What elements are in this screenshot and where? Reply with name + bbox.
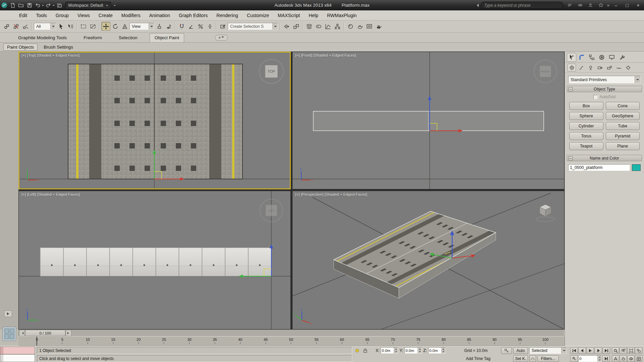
- key-filters-button[interactable]: Filters...: [537, 355, 559, 362]
- ribbon-tab-object-paint[interactable]: Object Paint: [150, 33, 184, 42]
- set-key-button[interactable]: Set K.: [513, 355, 528, 362]
- cylinder-button[interactable]: Cylinder: [569, 122, 603, 130]
- viewport-menu-shading[interactable]: [Shaded + Edged Faces]: [325, 192, 367, 196]
- platform-left-view[interactable]: [40, 248, 271, 276]
- selection-lock-icon[interactable]: [362, 348, 368, 354]
- curve-editor-icon[interactable]: [323, 22, 332, 31]
- app-logo-icon[interactable]: [0, 1, 8, 9]
- select-object-icon[interactable]: [56, 22, 65, 31]
- viewport-menu-pov[interactable]: [Front]: [301, 53, 312, 57]
- next-frame-arrow-icon[interactable]: [66, 330, 71, 336]
- space-warps-category-icon[interactable]: [614, 64, 623, 71]
- tube-button[interactable]: Tube: [606, 122, 640, 130]
- y-coordinate-field[interactable]: [405, 347, 422, 354]
- z-coordinate-field[interactable]: [428, 347, 446, 354]
- menu-item-modifiers[interactable]: Modifiers: [117, 10, 145, 20]
- menu-item-graph-editors[interactable]: Graph Editors: [174, 10, 212, 20]
- snap-toggle-3d-icon[interactable]: [177, 22, 186, 31]
- material-editor-icon[interactable]: [346, 22, 355, 31]
- menu-item-views[interactable]: Views: [73, 10, 94, 20]
- use-pivot-center-icon[interactable]: [155, 22, 164, 31]
- isolate-selection-icon[interactable]: [354, 348, 360, 354]
- undo-dropdown-icon[interactable]: [42, 5, 44, 7]
- geometry-category-icon[interactable]: [568, 64, 576, 71]
- add-time-tag[interactable]: Add Time Tag: [466, 356, 490, 361]
- menu-item-help[interactable]: Help: [304, 10, 323, 20]
- search-input[interactable]: [481, 2, 564, 9]
- z-spinner[interactable]: [441, 348, 445, 353]
- hierarchy-tab-icon[interactable]: [587, 53, 596, 62]
- maxscript-macro-recorder[interactable]: [0, 347, 35, 354]
- rendered-frame-window-icon[interactable]: [365, 22, 374, 31]
- object-color-swatch[interactable]: [632, 164, 641, 171]
- menu-item-create[interactable]: Create: [94, 10, 117, 20]
- helpers-category-icon[interactable]: [605, 64, 613, 71]
- subtab-paint-objects[interactable]: Paint Objects: [3, 44, 38, 51]
- play-animation-icon[interactable]: [586, 347, 594, 354]
- plane-button[interactable]: Plane: [606, 142, 640, 150]
- field-of-view-icon[interactable]: [612, 355, 619, 362]
- menu-item-tools[interactable]: Tools: [32, 10, 51, 20]
- infocenter-overflow-chevron[interactable]: »: [607, 3, 609, 8]
- open-file-icon[interactable]: [17, 1, 25, 9]
- maxscript-mini-listener[interactable]: [0, 354, 35, 362]
- project-folder-icon[interactable]: [55, 1, 63, 9]
- orbit-icon[interactable]: [627, 355, 635, 362]
- viewport-menu-pov[interactable]: [Left]: [27, 192, 36, 196]
- quick-access-overflow-icon[interactable]: [114, 5, 116, 7]
- platform-top-view[interactable]: [68, 64, 243, 179]
- named-selection-sets-dropdown[interactable]: Create Selection S: [228, 23, 278, 30]
- create-tab-icon[interactable]: [567, 53, 576, 62]
- pan-view-icon[interactable]: [620, 355, 627, 362]
- auto-key-button[interactable]: Auto: [513, 347, 528, 354]
- collapse-rollout-icon[interactable]: [569, 156, 573, 160]
- pyramid-button[interactable]: Pyramid: [606, 132, 640, 140]
- rectangular-selection-region-icon[interactable]: [79, 22, 88, 31]
- zoom-extents-icon[interactable]: [627, 347, 635, 354]
- menu-item-rwmaxplugin[interactable]: RWMaxPlugin: [323, 10, 361, 20]
- viewport-top[interactable]: TOP y x [+] [Top] [Shaded + Edged Faces]: [18, 52, 291, 189]
- workspace-dropdown[interactable]: Workspace: Default: [65, 2, 111, 9]
- graphite-ribbon-toggle-icon[interactable]: [314, 22, 323, 31]
- viewport-menu-general[interactable]: [+]: [21, 53, 26, 57]
- viewport-front[interactable]: FRONT z x [+] [Front] [Shaded + Edged Fa…: [292, 52, 565, 189]
- menu-item-maxscript[interactable]: MAXScript: [273, 10, 304, 20]
- window-minimize-button[interactable]: –: [611, 2, 621, 9]
- schematic-view-icon[interactable]: [333, 22, 342, 31]
- x-coordinate-field[interactable]: [381, 347, 398, 354]
- default-tangents-icon[interactable]: [529, 355, 536, 362]
- viewport-menu-general[interactable]: [+]: [295, 192, 300, 196]
- track-bar[interactable]: 0510152025303540455055606570758085909510…: [18, 337, 565, 346]
- next-frame-icon[interactable]: [594, 347, 602, 354]
- ribbon-minimize-icon[interactable]: [215, 35, 228, 41]
- collapse-rollout-icon[interactable]: [569, 87, 573, 91]
- select-by-name-icon[interactable]: [66, 22, 75, 31]
- menu-item-edit[interactable]: Edit: [15, 10, 32, 20]
- object-name-field[interactable]: [568, 164, 630, 171]
- menu-item-group[interactable]: Group: [51, 10, 73, 20]
- ribbon-tab-graphite-modeling-tools[interactable]: Graphite Modeling Tools: [13, 34, 71, 42]
- ribbon-tab-freeform[interactable]: Freeform: [79, 34, 107, 42]
- time-slider-track[interactable]: 0 / 100: [18, 329, 565, 337]
- layer-manager-icon[interactable]: [305, 22, 314, 31]
- redo-dropdown-icon[interactable]: [53, 5, 55, 7]
- box-button[interactable]: Box: [569, 102, 603, 110]
- viewport-menu-shading[interactable]: [Shaded + Edged Faces]: [313, 53, 356, 57]
- utilities-tab-icon[interactable]: [617, 53, 627, 62]
- x-spinner[interactable]: [394, 348, 398, 353]
- subtab-brush-settings[interactable]: Brush Settings: [40, 44, 76, 50]
- zoom-extents-all-icon[interactable]: [635, 347, 642, 354]
- angle-snap-toggle-icon[interactable]: [186, 22, 196, 31]
- zoom-all-icon[interactable]: [620, 347, 627, 354]
- key-filter-selected-dropdown[interactable]: Selected: [529, 347, 567, 354]
- previous-frame-arrow-icon[interactable]: [19, 330, 25, 336]
- undo-icon[interactable]: [34, 1, 42, 9]
- viewport-menu-shading[interactable]: [Shaded + Edged Faces]: [37, 53, 79, 57]
- previous-frame-icon[interactable]: [578, 347, 586, 354]
- window-maximize-button[interactable]: □: [623, 2, 632, 9]
- edit-named-selection-sets-icon[interactable]: [218, 22, 227, 31]
- sphere-button[interactable]: Sphere: [569, 112, 603, 120]
- select-and-link-icon[interactable]: [2, 22, 11, 31]
- unlink-selection-icon[interactable]: [11, 22, 20, 31]
- menu-item-rendering[interactable]: Rendering: [212, 10, 243, 20]
